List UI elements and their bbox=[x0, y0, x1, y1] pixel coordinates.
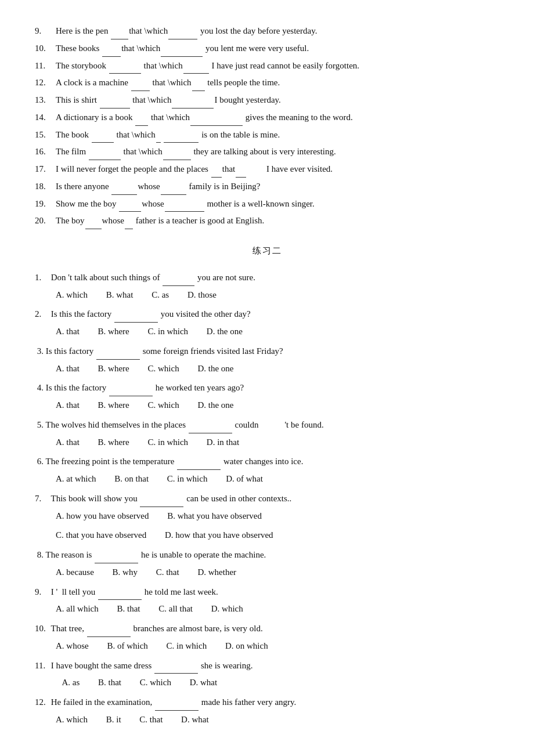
list-item: 12. He failed in the examination, made h… bbox=[35, 694, 499, 728]
list-item: 2. Is this the factory you visited the o… bbox=[35, 306, 499, 340]
list-item: 7. This book will show you can be used i… bbox=[35, 491, 499, 544]
options-row: C. that you have observed D. how that yo… bbox=[56, 527, 499, 544]
options-row: A. because B. why C. that D. whether bbox=[56, 565, 499, 581]
section2-title: 练习二 bbox=[35, 243, 499, 259]
list-item: 1. Don 't talk about such things of you … bbox=[35, 270, 499, 303]
options-row: A. which B. what C. as D. those bbox=[56, 287, 499, 303]
options-row: A. as B. that C. which D. what bbox=[56, 675, 499, 691]
list-item: 8. The reason is he is unable to operate… bbox=[35, 547, 499, 581]
options-row: A. which B. it C. that D. what bbox=[56, 712, 499, 728]
list-item: 19. Show me the boy whose mother is a we… bbox=[35, 196, 499, 212]
options-row: A. all which B. that C. all that D. whic… bbox=[56, 601, 499, 617]
options-row: A. how you have observed B. what you hav… bbox=[56, 508, 499, 525]
list-item: 17. I will never forget the people and t… bbox=[35, 161, 499, 178]
list-item: 13. This is shirt that \whichI bought ye… bbox=[35, 92, 499, 108]
list-item: 6. The freezing point is the temperature… bbox=[35, 454, 499, 487]
list-item: 4. Is this the factory he worked ten yea… bbox=[35, 380, 499, 414]
list-item: 9. I ' ll tell you he told me last week.… bbox=[35, 584, 499, 618]
options-row: A. that B. where C. which D. the one bbox=[56, 361, 499, 377]
list-item: 11. I have bought the same dress she is … bbox=[35, 658, 499, 692]
list-item: 11. The storybook that \which I have jus… bbox=[35, 58, 499, 74]
list-item: 20. The boywhose father is a teacher is … bbox=[35, 213, 499, 229]
options-row: A. that B. where C. in which D. the one bbox=[56, 324, 499, 340]
list-item: 10. That tree, branches are almost bare,… bbox=[35, 621, 499, 654]
list-item: 3. Is this factory some foreign friends … bbox=[35, 343, 499, 377]
options-row: A. that B. where C. in which D. in that bbox=[56, 435, 499, 451]
list-item: 16. The film that \which they are talkin… bbox=[35, 144, 499, 160]
list-item: 5. The wolves hid themselves in the plac… bbox=[35, 417, 499, 451]
exercise2-list: 1. Don 't talk about such things of you … bbox=[35, 270, 499, 728]
exercise1-list: 9. Here is the pen that \which you lost … bbox=[35, 23, 499, 229]
list-item: 18. Is there anyone whose family is in B… bbox=[35, 179, 499, 195]
options-row: A. whose B. of which C. in which D. on w… bbox=[56, 638, 499, 654]
list-item: 12. A clock is a machine that \which tel… bbox=[35, 75, 499, 91]
options-row: A. at which B. on that C. in which D. of… bbox=[56, 471, 499, 487]
list-item: 9. Here is the pen that \which you lost … bbox=[35, 23, 499, 39]
list-item: 15. The book that \which is on the table… bbox=[35, 127, 499, 143]
list-item: 10. These books that \which you lent me … bbox=[35, 41, 499, 57]
options-row: A. that B. where C. which D. the one bbox=[56, 397, 499, 414]
list-item: 14. A dictionary is a book that \which g… bbox=[35, 110, 499, 126]
